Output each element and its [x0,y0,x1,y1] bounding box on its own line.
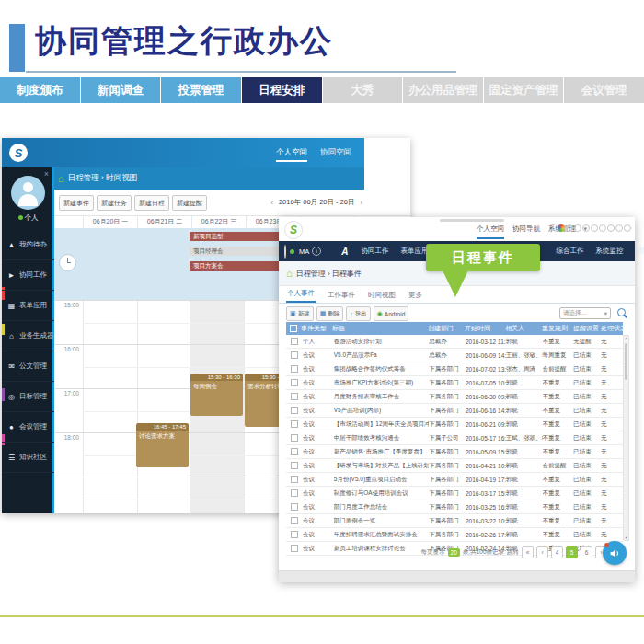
row-checkbox[interactable] [291,448,298,455]
module-tab[interactable]: 会议管理 [564,77,644,103]
module-tab[interactable]: 新闻调查 [81,77,161,103]
column-header[interactable]: 创建部门 [428,324,465,333]
column-header[interactable]: 开始时间 [465,324,505,333]
sidebar-item[interactable]: ⌂ 业务生成器 [2,321,54,351]
sidebar-item[interactable]: ● 会议管理 [2,412,54,443]
scroll-down-icon[interactable]: ▼ [624,535,628,540]
module-tab[interactable]: 制度颁布 [0,77,80,103]
module-tab[interactable]: 日程安排 [242,77,322,103]
topbar-link[interactable]: 个人空间 [276,144,307,162]
avatar[interactable] [11,176,45,210]
sidebar-item[interactable]: ► 协同工作 [2,260,54,291]
close-icon[interactable]: × [44,169,49,178]
avatar[interactable] [284,245,286,259]
table-row[interactable]: 会议 V5产品培训(内部) 下属各部门 2016-06-16 14:30 郭晓 … [286,404,623,418]
events-tab[interactable]: 个人事件 [286,286,316,303]
toolbar-button[interactable]: ▣ 新建 [286,306,314,321]
page-button[interactable]: « [522,546,534,558]
scroll-up-icon[interactable]: ▲ [624,336,628,340]
column-header[interactable]: 处理状态 [601,324,623,333]
column-header[interactable]: 相关人 [505,324,542,333]
row-checkbox[interactable] [291,393,298,400]
nav-item[interactable]: 系统监控 [595,247,623,256]
table-row[interactable]: 会议 中层干部绩效考核沟通会 下属子公司 2016-05-17 16:00 王斌… [286,431,623,445]
day-header[interactable]: 06月22日 三 [191,215,246,228]
select-all-checkbox[interactable] [286,325,301,332]
calendar-event[interactable]: 16:45 - 17:45 讨论需求方案 [136,423,189,467]
topbar-circle-icon[interactable] [582,224,590,232]
row-checkbox[interactable] [291,434,298,442]
topbar-link[interactable]: 协同导航 [512,219,540,239]
topbar-circle-icon[interactable] [574,224,581,232]
row-checkbox[interactable] [291,351,298,359]
events-tab[interactable]: 更多 [408,288,423,303]
next-week-icon[interactable]: › [361,199,363,207]
row-checkbox[interactable] [291,407,298,414]
topbar-circle-icon[interactable] [591,224,598,232]
topbar-link[interactable]: 个人空间 [477,219,504,239]
topbar-circle-icon[interactable] [566,224,573,232]
table-row[interactable]: 会议 部门月度工作总结会 下属各部门 2016-03-25 16:30 郭晓 不… [286,500,623,514]
module-tab[interactable]: 固定资产管理 [484,77,564,103]
table-row[interactable]: 会议 【研发与市场】对接产品【上线计划评审】 下属各部门 2016-04-21 … [286,459,623,473]
table-scrollbar[interactable]: ▲ ▼ [623,335,629,541]
search-icon[interactable] [617,308,626,316]
day-header[interactable]: 06月21日 二 [137,215,191,228]
module-tab[interactable]: 办公用品管理 [403,77,483,103]
module-tab[interactable]: 投票管理 [161,77,241,103]
page-size-selector[interactable]: 20 [448,548,460,557]
column-header[interactable]: 重复规则 [542,324,573,333]
sidebar-item[interactable]: ☰ 知识社区 [2,443,54,473]
topbar-circle-icon[interactable] [624,224,631,232]
table-row[interactable]: 会议 部门周例会一览 下属各部门 2016-03-22 10:00 郭晓 不重复… [286,514,623,528]
table-row[interactable]: 会议 V5.0产品演示Fa 总裁办 2016-06-09 14:00 王丽、张敏… [286,349,623,362]
row-checkbox[interactable] [291,489,298,497]
nav-item[interactable]: 时间管理 [635,247,644,256]
topbar-circle-icon[interactable] [599,224,606,232]
row-checkbox[interactable] [291,531,298,538]
row-checkbox[interactable] [291,462,298,469]
table-row[interactable]: 会议 月度财务报表审核工作会 下属各部门 2016-06-30 09:00 郭晓… [286,390,623,404]
row-checkbox[interactable] [291,338,298,345]
filter-select[interactable]: 请选择… ▾ [559,307,611,319]
calendar-event[interactable]: 15:30 - 16:30 每周例会 [190,374,243,416]
home-icon[interactable]: ⌂ [286,269,293,279]
new-item-button[interactable]: 新建提醒 [172,195,207,211]
sidebar-item[interactable]: ▦ 表单应用 [2,291,54,321]
row-checkbox[interactable] [291,503,298,511]
home-icon[interactable]: ⌂ [58,174,64,184]
sidebar-item[interactable]: ▲ 我的待办 [2,230,54,260]
row-checkbox[interactable] [291,365,298,373]
new-item-button[interactable]: 新建日程 [134,195,169,211]
row-checkbox[interactable] [291,517,298,524]
page-button[interactable]: 6 [581,546,592,558]
table-row[interactable]: 会议 新产品销售·市场推广【季度复盘】 下属各部门 2016-05-09 15:… [286,445,623,459]
info-icon[interactable]: i [312,247,321,256]
day-header[interactable]: 06月20日 一 [83,215,137,228]
table-row[interactable]: 会议 【市场活动周】12周年庆全员项目冲刺动员会 · 产 下属各部门 2016-… [286,418,623,431]
toolbar-button[interactable]: ▦ 删除 [316,306,344,321]
sidebar-item[interactable]: ✉ 公文管理 [2,351,54,382]
row-checkbox[interactable] [291,379,298,386]
column-header[interactable]: 标题 [332,324,428,333]
row-checkbox[interactable] [291,545,298,552]
page-button[interactable]: 5 [566,546,578,558]
topbar-circle-icon[interactable] [615,224,623,232]
nav-item[interactable]: 综合工作 [556,247,583,256]
topbar-circle-icon[interactable] [607,224,615,232]
column-header[interactable]: 事件类型 [301,324,332,333]
toolbar-button[interactable]: ↑ 导出 [346,306,371,321]
table-row[interactable]: 会议 集团战略合作签约仪式筹备 下属各部门 2016-07-02 13:30 张… [286,362,623,376]
page-button[interactable]: ‹ [536,546,548,558]
scrollbar-thumb[interactable] [625,343,627,380]
events-tab[interactable]: 时间视图 [367,288,397,303]
table-row[interactable]: 会议 年度招聘需求汇总暨面试安排会 下属各部门 2016-02-26 17:30… [286,528,623,542]
sidebar-item[interactable]: ◎ 目标管理 [2,382,54,412]
nav-item[interactable]: 表单应用 [400,247,428,256]
new-item-button[interactable]: 新建任务 [97,195,132,211]
module-tab[interactable]: 大秀 [323,77,403,103]
topbar-link[interactable]: 协同空间 [320,144,351,162]
table-row[interactable]: 会议 制度修订与OA使用培训会议 下属各部门 2016-03-17 15:00 … [286,487,623,500]
table-row[interactable]: 会议 市场推广KPI方案讨论(第三期) 下属各部门 2016-07-05 10:… [286,376,623,390]
new-item-button[interactable]: 新建事件 [59,195,94,211]
